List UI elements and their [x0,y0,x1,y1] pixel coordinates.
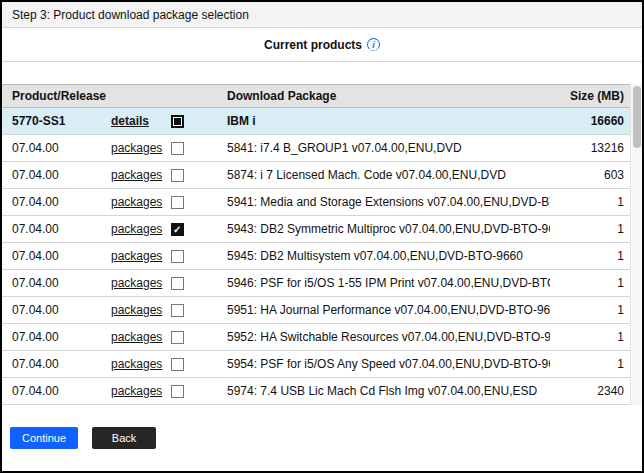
row-package-name: 5943: DB2 Symmetric Multiproc v07.04.00,… [223,222,550,236]
column-header-product-release: Product/Release [2,89,107,103]
row-package-name: 5841: i7.4 B_GROUP1 v07.04.00,ENU,DVD [223,141,550,155]
step-header: Step 3: Product download package selecti… [2,2,642,28]
row-package-name: 5954: PSF for i5/OS Any Speed v07.04.00,… [223,357,550,371]
row-checkbox[interactable] [171,331,184,344]
row-release: 07.04.00 [2,276,107,290]
row-release: 07.04.00 [2,357,107,371]
row-checkbox[interactable] [171,142,184,155]
row-release: 07.04.00 [2,303,107,317]
table-row: 07.04.00 packages 5945: DB2 Multisystem … [2,243,642,270]
row-size: 1 [550,276,642,290]
row-size: 13216 [550,141,642,155]
row-package-name: 5945: DB2 Multisystem v07.04.00,ENU,DVD-… [223,249,550,263]
table-row: 07.04.00 packages 5841: i7.4 B_GROUP1 v0… [2,135,642,162]
row-release: 07.04.00 [2,168,107,182]
packages-link[interactable]: packages [111,357,162,371]
parent-size: 16660 [550,114,642,128]
table-row: 07.04.00 packages 5951: HA Journal Perfo… [2,297,642,324]
row-release: 07.04.00 [2,195,107,209]
table-row: 07.04.00 packages 5954: PSF for i5/OS An… [2,351,642,378]
row-size: 1 [550,303,642,317]
row-release: 07.04.00 [2,249,107,263]
dialog-window: Step 3: Product download package selecti… [0,0,644,473]
row-package-name: 5951: HA Journal Performance v07.04.00,E… [223,303,550,317]
table-row: 07.04.00 packages 5941: Media and Storag… [2,189,642,216]
spacer [2,62,642,84]
section-header: Current products i [2,28,642,62]
packages-link[interactable]: packages [111,141,162,155]
row-size: 1 [550,330,642,344]
back-button[interactable]: Back [92,427,156,449]
row-package-name: 5946: PSF for i5/OS 1-55 IPM Print v07.0… [223,276,550,290]
select-all-checkbox[interactable] [171,115,184,128]
products-table: Product/Release Download Package Size (M… [2,84,642,405]
continue-button[interactable]: Continue [10,427,78,449]
packages-link[interactable]: packages [111,168,162,182]
step-title: Step 3: Product download package selecti… [12,8,249,22]
row-checkbox[interactable] [171,385,184,398]
info-icon[interactable]: i [367,38,380,51]
parent-package-name: IBM i [223,114,550,128]
row-size: 2340 [550,384,642,398]
row-release: 07.04.00 [2,330,107,344]
table-row: 07.04.00 packages 5952: HA Switchable Re… [2,324,642,351]
row-size: 603 [550,168,642,182]
table-row: 07.04.00 packages 5974: 7.4 USB Lic Mach… [2,378,642,405]
row-release: 07.04.00 [2,141,107,155]
row-checkbox[interactable] [171,304,184,317]
row-size: 1 [550,222,642,236]
packages-link[interactable]: packages [111,222,162,236]
row-size: 1 [550,357,642,371]
row-checkbox[interactable] [171,223,184,236]
section-title: Current products [264,38,362,52]
table-row: 07.04.00 packages 5874: i 7 Licensed Mac… [2,162,642,189]
row-size: 1 [550,249,642,263]
row-package-name: 5974: 7.4 USB Lic Mach Cd Flsh Img v07.0… [223,384,550,398]
packages-link[interactable]: packages [111,249,162,263]
row-checkbox[interactable] [171,169,184,182]
column-header-size: Size (MB) [550,89,642,103]
row-checkbox[interactable] [171,358,184,371]
row-release: 07.04.00 [2,222,107,236]
details-link[interactable]: details [111,114,149,128]
packages-link[interactable]: packages [111,384,162,398]
row-checkbox[interactable] [171,196,184,209]
parent-product-id: 5770-SS1 [2,114,107,128]
footer-actions: Continue Back [2,405,642,471]
row-size: 1 [550,195,642,209]
column-header-download-package: Download Package [223,89,550,103]
vertical-scrollbar[interactable] [630,84,642,405]
row-package-name: 5941: Media and Storage Extensions v07.0… [223,195,550,209]
scrollbar-thumb[interactable] [633,86,641,148]
table-body: 07.04.00 packages 5841: i7.4 B_GROUP1 v0… [2,135,642,405]
row-checkbox[interactable] [171,250,184,263]
packages-link[interactable]: packages [111,195,162,209]
row-package-name: 5952: HA Switchable Resources v07.04.00,… [223,330,550,344]
row-release: 07.04.00 [2,384,107,398]
row-package-name: 5874: i 7 Licensed Mach. Code v07.04.00,… [223,168,550,182]
table-header-row: Product/Release Download Package Size (M… [2,84,642,108]
packages-link[interactable]: packages [111,330,162,344]
packages-link[interactable]: packages [111,303,162,317]
packages-link[interactable]: packages [111,276,162,290]
table-row: 07.04.00 packages 5946: PSF for i5/OS 1-… [2,270,642,297]
parent-product-row: 5770-SS1 details IBM i 16660 [2,108,642,135]
row-checkbox[interactable] [171,277,184,290]
table-row: 07.04.00 packages 5943: DB2 Symmetric Mu… [2,216,642,243]
